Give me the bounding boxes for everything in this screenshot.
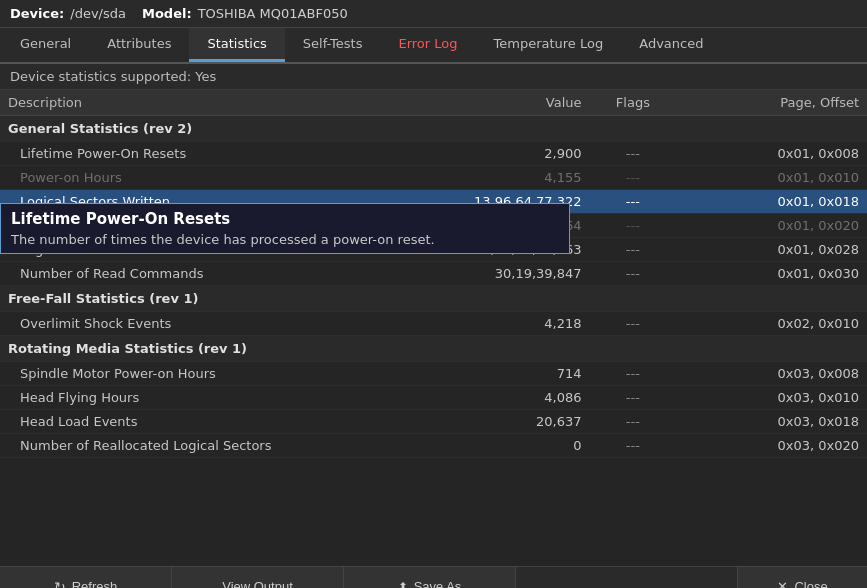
footer: ↻ Refresh View Output ⬆ Save As ✕ Close (0, 566, 867, 588)
row-value: 2,900 (434, 142, 590, 166)
refresh-button[interactable]: ↻ Refresh (0, 567, 172, 588)
col-description: Description (0, 90, 434, 116)
device-label: Device: (10, 6, 64, 21)
row-description: Number of Reallocated Logical Sectors (0, 434, 434, 458)
model-value: TOSHIBA MQ01ABF050 (198, 6, 348, 21)
table-row[interactable]: Lifetime Power-On Resets 2,900 --- 0x01,… (0, 142, 867, 166)
status-line: Device statistics supported: Yes (0, 64, 867, 90)
row-flags: --- (590, 166, 677, 190)
row-offset: 0x03, 0x018 (676, 410, 867, 434)
row-offset: 0x01, 0x020 (676, 214, 867, 238)
content-wrapper: Lifetime Power-On Resets The number of t… (0, 90, 867, 566)
row-flags: --- (590, 238, 677, 262)
section-header: General Statistics (rev 2) (0, 116, 867, 142)
row-offset: 0x01, 0x008 (676, 142, 867, 166)
close-icon: ✕ (777, 579, 788, 588)
row-value: 23,25,73,10,263 (434, 238, 590, 262)
close-label: Close (794, 579, 827, 588)
section-header-text: General Statistics (rev 2) (0, 116, 867, 142)
table-row[interactable]: Head Load Events 20,637 --- 0x03, 0x018 (0, 410, 867, 434)
refresh-label: Refresh (72, 579, 118, 588)
table-row[interactable]: Power-on Hours 4,155 --- 0x01, 0x010 (0, 166, 867, 190)
col-flags: Flags (590, 90, 677, 116)
row-description: Logical Sectors Written (0, 190, 434, 214)
row-description: Power-on Hours (0, 166, 434, 190)
row-value: 4,218 (434, 312, 590, 336)
row-offset: 0x03, 0x010 (676, 386, 867, 410)
row-offset: 0x03, 0x008 (676, 362, 867, 386)
section-header: Free-Fall Statistics (rev 1) (0, 286, 867, 312)
row-flags: --- (590, 214, 677, 238)
col-value: Value (434, 90, 590, 116)
save-icon: ⬆ (398, 580, 408, 589)
row-value: 4,155 (434, 166, 590, 190)
row-value: 29,20,60,564 (434, 214, 590, 238)
row-offset: 0x02, 0x010 (676, 312, 867, 336)
statistics-table: Description Value Flags Page, Offset Gen… (0, 90, 867, 458)
row-flags: --- (590, 386, 677, 410)
save-as-button[interactable]: ⬆ Save As (344, 567, 516, 588)
row-offset: 0x01, 0x030 (676, 262, 867, 286)
row-value: 13,96,64,77,322 (434, 190, 590, 214)
close-button[interactable]: ✕ Close (737, 567, 867, 588)
row-description: Head Flying Hours (0, 386, 434, 410)
view-output-label: View Output (222, 579, 293, 588)
row-flags: --- (590, 262, 677, 286)
row-description: Number of Read Commands (0, 262, 434, 286)
row-value: 714 (434, 362, 590, 386)
section-header-text: Free-Fall Statistics (rev 1) (0, 286, 867, 312)
row-value: 0 (434, 434, 590, 458)
device-value: /dev/sda (70, 6, 126, 21)
view-output-button[interactable]: View Output (172, 567, 344, 588)
row-description: Head Load Events (0, 410, 434, 434)
row-description: Lifetime Power-On Resets (0, 142, 434, 166)
footer-spacer (516, 567, 737, 588)
table-row[interactable]: Number of Read Commands 30,19,39,847 ---… (0, 262, 867, 286)
table-row[interactable]: Number of Reallocated Logical Sectors 0 … (0, 434, 867, 458)
status-text: Device statistics supported: Yes (10, 69, 216, 84)
header-bar: Device: /dev/sda Model: TOSHIBA MQ01ABF0… (0, 0, 867, 28)
row-value: 30,19,39,847 (434, 262, 590, 286)
tab-advanced[interactable]: Advanced (621, 28, 721, 62)
row-offset: 0x01, 0x018 (676, 190, 867, 214)
row-description: Overlimit Shock Events (0, 312, 434, 336)
row-value: 4,086 (434, 386, 590, 410)
table-row[interactable]: Overlimit Shock Events 4,218 --- 0x02, 0… (0, 312, 867, 336)
row-flags: --- (590, 362, 677, 386)
row-flags: --- (590, 410, 677, 434)
row-flags: --- (590, 142, 677, 166)
tab-attributes[interactable]: Attributes (89, 28, 189, 62)
tab-statistics[interactable]: Statistics (189, 28, 284, 62)
table-row[interactable]: Spindle Motor Power-on Hours 714 --- 0x0… (0, 362, 867, 386)
table-container[interactable]: Description Value Flags Page, Offset Gen… (0, 90, 867, 566)
row-offset: 0x01, 0x028 (676, 238, 867, 262)
row-value: 20,637 (434, 410, 590, 434)
tab-general[interactable]: General (2, 28, 89, 62)
table-row[interactable]: Number of Write Commands 29,20,60,564 --… (0, 214, 867, 238)
section-header: Rotating Media Statistics (rev 1) (0, 336, 867, 362)
row-offset: 0x03, 0x020 (676, 434, 867, 458)
row-description: Logical Sectors Read (0, 238, 434, 262)
save-as-label: Save As (414, 579, 462, 588)
table-row[interactable]: Head Flying Hours 4,086 --- 0x03, 0x010 (0, 386, 867, 410)
row-flags: --- (590, 190, 677, 214)
tab-self-tests[interactable]: Self-Tests (285, 28, 381, 62)
model-label: Model: (142, 6, 192, 21)
section-header-text: Rotating Media Statistics (rev 1) (0, 336, 867, 362)
col-offset: Page, Offset (676, 90, 867, 116)
row-flags: --- (590, 434, 677, 458)
app-window: Device: /dev/sda Model: TOSHIBA MQ01ABF0… (0, 0, 867, 588)
row-offset: 0x01, 0x010 (676, 166, 867, 190)
table-row[interactable]: Logical Sectors Written 13,96,64,77,322 … (0, 190, 867, 214)
row-description: Spindle Motor Power-on Hours (0, 362, 434, 386)
tab-bar: General Attributes Statistics Self-Tests… (0, 28, 867, 64)
tab-temperature-log[interactable]: Temperature Log (476, 28, 622, 62)
refresh-icon: ↻ (54, 579, 66, 589)
row-description: Number of Write Commands (0, 214, 434, 238)
row-flags: --- (590, 312, 677, 336)
table-row[interactable]: Logical Sectors Read 23,25,73,10,263 ---… (0, 238, 867, 262)
tab-error-log[interactable]: Error Log (380, 28, 475, 62)
